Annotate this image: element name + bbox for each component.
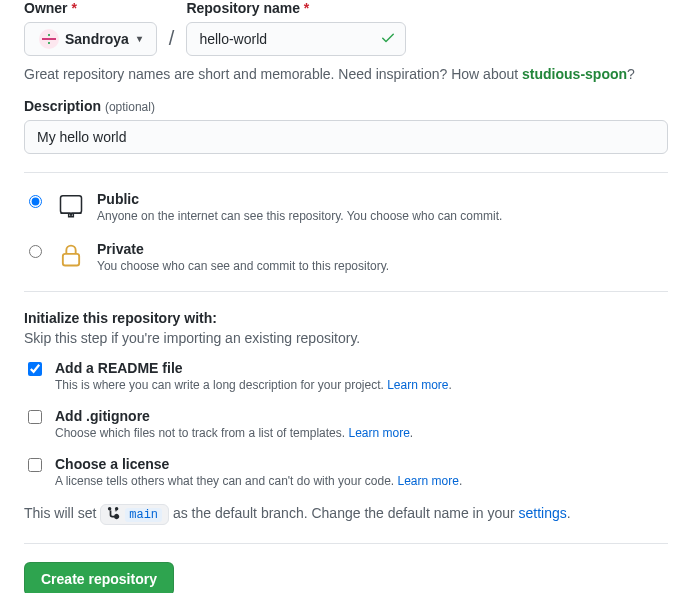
owner-avatar-icon (39, 29, 59, 49)
name-suggestion[interactable]: studious-spoon (522, 66, 627, 82)
check-icon (380, 30, 396, 49)
owner-name: Sandroya (65, 29, 129, 49)
gitignore-title: Add .gitignore (55, 408, 413, 424)
visibility-private-radio[interactable] (29, 245, 42, 258)
default-branch-note: This will set main as the default branch… (24, 504, 668, 525)
svg-rect-2 (48, 34, 50, 36)
owner-select[interactable]: Sandroya ▾ (24, 22, 157, 56)
repo-public-icon (57, 191, 85, 222)
branch-name: main (125, 508, 162, 522)
caret-down-icon: ▾ (137, 29, 142, 49)
branch-settings-link[interactable]: settings (519, 505, 567, 521)
slash-separator: / (165, 27, 179, 50)
owner-label: Owner * (24, 0, 157, 16)
init-subheading: Skip this step if you're importing an ex… (24, 330, 668, 346)
gitignore-learn-more[interactable]: Learn more (348, 426, 409, 440)
name-helper: Great repository names are short and mem… (24, 66, 668, 82)
visibility-private-desc: You choose who can see and commit to thi… (97, 259, 389, 273)
svg-rect-3 (48, 42, 50, 44)
repo-name-input[interactable] (186, 22, 406, 56)
git-branch-icon (107, 506, 121, 523)
gitignore-checkbox[interactable] (28, 410, 42, 424)
visibility-private-title: Private (97, 241, 389, 257)
visibility-public-desc: Anyone on the internet can see this repo… (97, 209, 502, 223)
description-label: Description (optional) (24, 98, 668, 114)
visibility-public-title: Public (97, 191, 502, 207)
lock-icon (57, 241, 85, 272)
svg-rect-4 (61, 196, 82, 214)
svg-rect-1 (42, 38, 56, 40)
visibility-public-radio[interactable] (29, 195, 42, 208)
create-repository-button[interactable]: Create repository (24, 562, 174, 593)
license-checkbox[interactable] (28, 458, 42, 472)
readme-title: Add a README file (55, 360, 452, 376)
license-title: Choose a license (55, 456, 462, 472)
description-input[interactable] (24, 120, 668, 154)
init-heading: Initialize this repository with: (24, 310, 668, 326)
readme-checkbox[interactable] (28, 362, 42, 376)
readme-learn-more[interactable]: Learn more (387, 378, 448, 392)
branch-pill: main (100, 504, 169, 525)
svg-rect-5 (63, 254, 79, 266)
license-learn-more[interactable]: Learn more (398, 474, 459, 488)
license-desc: A license tells others what they can and… (55, 474, 462, 488)
repo-name-label: Repository name * (186, 0, 406, 16)
gitignore-desc: Choose which files not to track from a l… (55, 426, 413, 440)
readme-desc: This is where you can write a long descr… (55, 378, 452, 392)
